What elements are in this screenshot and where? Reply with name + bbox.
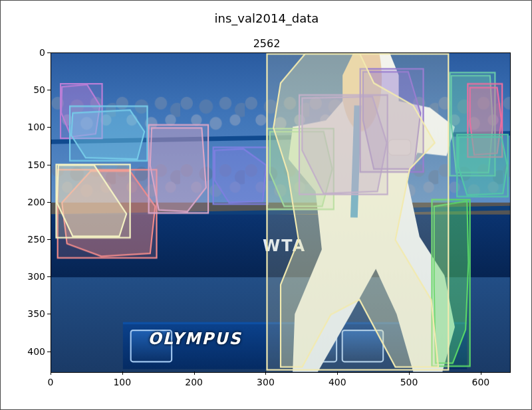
x-tick-label: 0	[48, 377, 54, 387]
y-tick-mark	[47, 90, 51, 90]
y-tick-label: 300	[19, 271, 45, 282]
y-tick-mark	[47, 352, 51, 352]
y-tick-mark	[47, 202, 51, 203]
x-tick-mark	[265, 371, 266, 375]
x-tick-mark	[194, 371, 195, 375]
y-tick-label: 50	[19, 84, 45, 95]
annotation-bbox	[69, 106, 148, 161]
x-tick-mark	[337, 371, 338, 375]
x-tick-mark	[481, 371, 481, 375]
image-scene: OLYMPUS WTA	[51, 53, 510, 372]
y-tick-mark	[47, 314, 51, 314]
x-tick-mark	[51, 371, 51, 375]
x-tick-label: 400	[329, 377, 346, 387]
axes: OLYMPUS WTA	[51, 52, 511, 373]
figure: ins_val2014_data 2562 OLYMPUS WTA 010020…	[0, 0, 532, 410]
annotation-bbox	[266, 53, 449, 371]
x-tick-label: 300	[257, 377, 275, 387]
annotation-bbox	[456, 134, 509, 197]
y-tick-label: 200	[19, 197, 45, 207]
annotation-bbox	[55, 163, 130, 238]
x-tick-label: 500	[400, 377, 418, 387]
annotation-bbox	[148, 124, 209, 214]
x-tick-label: 600	[472, 377, 490, 387]
x-tick-label: 100	[113, 377, 131, 387]
y-tick-mark	[47, 276, 51, 277]
x-tick-mark	[122, 371, 123, 375]
y-tick-label: 400	[19, 346, 45, 357]
y-tick-label: 100	[19, 122, 45, 132]
y-tick-label: 150	[19, 159, 45, 170]
y-tick-mark	[47, 52, 51, 53]
y-tick-mark	[47, 127, 51, 128]
y-tick-label: 250	[19, 234, 45, 245]
x-tick-mark	[409, 371, 410, 375]
y-tick-label: 350	[19, 308, 45, 319]
axes-title: 2562	[1, 37, 532, 50]
y-tick-mark	[47, 165, 51, 165]
y-tick-label: 0	[19, 47, 45, 58]
x-tick-label: 200	[185, 377, 203, 387]
sponsor-label: OLYMPUS	[148, 330, 242, 348]
annotation-bbox	[213, 147, 269, 205]
figure-suptitle: ins_val2014_data	[1, 11, 532, 25]
y-tick-mark	[47, 239, 51, 240]
